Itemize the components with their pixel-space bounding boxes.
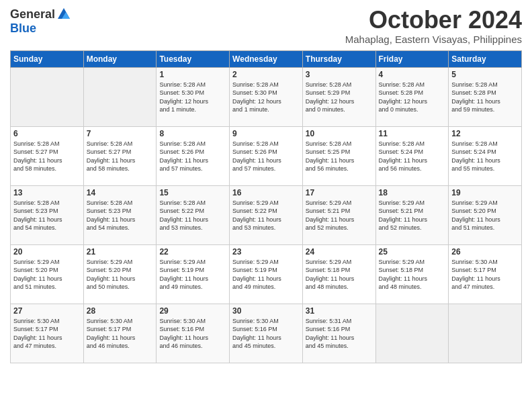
day-info: Sunrise: 5:31 AM Sunset: 5:16 PM Dayligh…	[306, 317, 373, 351]
calendar-cell: 19Sunrise: 5:29 AM Sunset: 5:20 PM Dayli…	[449, 185, 522, 244]
day-number: 17	[306, 188, 373, 197]
calendar-cell: 7Sunrise: 5:28 AM Sunset: 5:27 PM Daylig…	[83, 126, 157, 185]
logo-general-text: General	[10, 7, 55, 21]
calendar-cell	[11, 67, 84, 126]
location-subtitle: Mahaplag, Eastern Visayas, Philippines	[345, 34, 522, 45]
day-number: 12	[451, 129, 519, 138]
day-number: 18	[379, 188, 446, 197]
day-info: Sunrise: 5:29 AM Sunset: 5:19 PM Dayligh…	[232, 258, 300, 291]
day-number: 5	[451, 70, 519, 79]
calendar-cell	[449, 304, 522, 363]
day-info: Sunrise: 5:28 AM Sunset: 5:28 PM Dayligh…	[451, 81, 519, 114]
calendar-header-row: Sunday Monday Tuesday Wednesday Thursday…	[11, 50, 522, 67]
day-number: 1	[159, 70, 226, 79]
calendar-cell: 12Sunrise: 5:28 AM Sunset: 5:24 PM Dayli…	[449, 126, 522, 185]
col-monday: Monday	[83, 50, 157, 67]
col-friday: Friday	[375, 50, 449, 67]
day-number: 31	[306, 306, 373, 316]
day-info: Sunrise: 5:28 AM Sunset: 5:24 PM Dayligh…	[379, 140, 446, 173]
logo-icon	[56, 7, 71, 21]
day-info: Sunrise: 5:29 AM Sunset: 5:21 PM Dayligh…	[379, 199, 446, 232]
calendar-week-row: 27Sunrise: 5:30 AM Sunset: 5:17 PM Dayli…	[11, 304, 522, 363]
calendar-cell: 21Sunrise: 5:29 AM Sunset: 5:20 PM Dayli…	[83, 244, 157, 304]
calendar-cell: 16Sunrise: 5:29 AM Sunset: 5:22 PM Dayli…	[230, 185, 303, 244]
day-info: Sunrise: 5:30 AM Sunset: 5:16 PM Dayligh…	[232, 317, 300, 351]
calendar-cell: 6Sunrise: 5:28 AM Sunset: 5:27 PM Daylig…	[11, 126, 84, 185]
calendar-cell: 11Sunrise: 5:28 AM Sunset: 5:24 PM Dayli…	[375, 126, 449, 185]
calendar-cell: 27Sunrise: 5:30 AM Sunset: 5:17 PM Dayli…	[11, 304, 84, 363]
day-number: 6	[13, 129, 81, 138]
day-number: 4	[379, 70, 446, 79]
day-number: 21	[87, 247, 154, 257]
day-info: Sunrise: 5:28 AM Sunset: 5:30 PM Dayligh…	[159, 81, 226, 114]
month-title: October 2024	[345, 7, 522, 34]
calendar-cell: 29Sunrise: 5:30 AM Sunset: 5:16 PM Dayli…	[157, 304, 230, 363]
day-info: Sunrise: 5:29 AM Sunset: 5:18 PM Dayligh…	[379, 258, 446, 291]
day-info: Sunrise: 5:28 AM Sunset: 5:24 PM Dayligh…	[451, 140, 519, 173]
logo-blue-text: Blue	[10, 21, 36, 36]
day-number: 20	[13, 247, 81, 257]
day-info: Sunrise: 5:29 AM Sunset: 5:20 PM Dayligh…	[13, 258, 81, 291]
day-number: 10	[306, 129, 373, 138]
calendar-table: Sunday Monday Tuesday Wednesday Thursday…	[10, 50, 522, 363]
day-number: 16	[232, 188, 300, 197]
day-info: Sunrise: 5:28 AM Sunset: 5:23 PM Dayligh…	[13, 199, 81, 232]
day-number: 11	[379, 129, 446, 138]
title-block: October 2024 Mahaplag, Eastern Visayas, …	[345, 7, 522, 45]
day-info: Sunrise: 5:28 AM Sunset: 5:22 PM Dayligh…	[159, 199, 226, 232]
day-info: Sunrise: 5:29 AM Sunset: 5:19 PM Dayligh…	[159, 258, 226, 291]
day-number: 23	[232, 247, 300, 257]
day-info: Sunrise: 5:28 AM Sunset: 5:27 PM Dayligh…	[87, 140, 154, 173]
day-number: 27	[13, 306, 81, 316]
header: General Blue October 2024 Mahaplag, East…	[10, 7, 522, 45]
calendar-cell: 14Sunrise: 5:28 AM Sunset: 5:23 PM Dayli…	[83, 185, 157, 244]
day-number: 8	[159, 129, 226, 138]
col-wednesday: Wednesday	[230, 50, 303, 67]
day-number: 19	[451, 188, 519, 197]
day-info: Sunrise: 5:28 AM Sunset: 5:30 PM Dayligh…	[232, 81, 300, 114]
day-info: Sunrise: 5:28 AM Sunset: 5:29 PM Dayligh…	[306, 81, 373, 114]
calendar-cell	[83, 67, 157, 126]
day-info: Sunrise: 5:29 AM Sunset: 5:20 PM Dayligh…	[87, 258, 154, 291]
calendar-week-row: 1Sunrise: 5:28 AM Sunset: 5:30 PM Daylig…	[11, 67, 522, 126]
day-number: 26	[451, 247, 519, 257]
day-number: 25	[379, 247, 446, 257]
calendar-cell: 30Sunrise: 5:30 AM Sunset: 5:16 PM Dayli…	[230, 304, 303, 363]
day-info: Sunrise: 5:29 AM Sunset: 5:20 PM Dayligh…	[451, 199, 519, 232]
logo: General Blue	[10, 7, 71, 36]
day-info: Sunrise: 5:29 AM Sunset: 5:22 PM Dayligh…	[232, 199, 300, 232]
day-info: Sunrise: 5:30 AM Sunset: 5:17 PM Dayligh…	[13, 317, 81, 351]
calendar-cell: 5Sunrise: 5:28 AM Sunset: 5:28 PM Daylig…	[449, 67, 522, 126]
day-number: 22	[159, 247, 226, 257]
day-info: Sunrise: 5:28 AM Sunset: 5:26 PM Dayligh…	[232, 140, 300, 173]
day-info: Sunrise: 5:28 AM Sunset: 5:28 PM Dayligh…	[379, 81, 446, 114]
day-number: 29	[159, 306, 226, 316]
day-info: Sunrise: 5:30 AM Sunset: 5:17 PM Dayligh…	[451, 258, 519, 291]
day-number: 30	[232, 306, 300, 316]
day-info: Sunrise: 5:29 AM Sunset: 5:18 PM Dayligh…	[306, 258, 373, 291]
calendar-cell: 31Sunrise: 5:31 AM Sunset: 5:16 PM Dayli…	[302, 304, 375, 363]
day-info: Sunrise: 5:29 AM Sunset: 5:21 PM Dayligh…	[306, 199, 373, 232]
calendar-cell: 9Sunrise: 5:28 AM Sunset: 5:26 PM Daylig…	[230, 126, 303, 185]
col-sunday: Sunday	[11, 50, 84, 67]
calendar-cell: 26Sunrise: 5:30 AM Sunset: 5:17 PM Dayli…	[449, 244, 522, 304]
page: General Blue October 2024 Mahaplag, East…	[0, 0, 532, 411]
col-tuesday: Tuesday	[157, 50, 230, 67]
day-number: 7	[87, 129, 154, 138]
day-info: Sunrise: 5:30 AM Sunset: 5:17 PM Dayligh…	[87, 317, 154, 351]
calendar-cell: 24Sunrise: 5:29 AM Sunset: 5:18 PM Dayli…	[302, 244, 375, 304]
calendar-week-row: 6Sunrise: 5:28 AM Sunset: 5:27 PM Daylig…	[11, 126, 522, 185]
calendar-cell: 17Sunrise: 5:29 AM Sunset: 5:21 PM Dayli…	[302, 185, 375, 244]
day-number: 9	[232, 129, 300, 138]
day-info: Sunrise: 5:28 AM Sunset: 5:27 PM Dayligh…	[13, 140, 81, 173]
day-number: 15	[159, 188, 226, 197]
day-info: Sunrise: 5:28 AM Sunset: 5:25 PM Dayligh…	[306, 140, 373, 173]
calendar-cell: 2Sunrise: 5:28 AM Sunset: 5:30 PM Daylig…	[230, 67, 303, 126]
calendar-cell: 28Sunrise: 5:30 AM Sunset: 5:17 PM Dayli…	[83, 304, 157, 363]
day-number: 24	[306, 247, 373, 257]
calendar-cell: 15Sunrise: 5:28 AM Sunset: 5:22 PM Dayli…	[157, 185, 230, 244]
day-number: 14	[87, 188, 154, 197]
day-number: 2	[232, 70, 300, 79]
calendar-cell: 1Sunrise: 5:28 AM Sunset: 5:30 PM Daylig…	[157, 67, 230, 126]
calendar-cell: 25Sunrise: 5:29 AM Sunset: 5:18 PM Dayli…	[375, 244, 449, 304]
